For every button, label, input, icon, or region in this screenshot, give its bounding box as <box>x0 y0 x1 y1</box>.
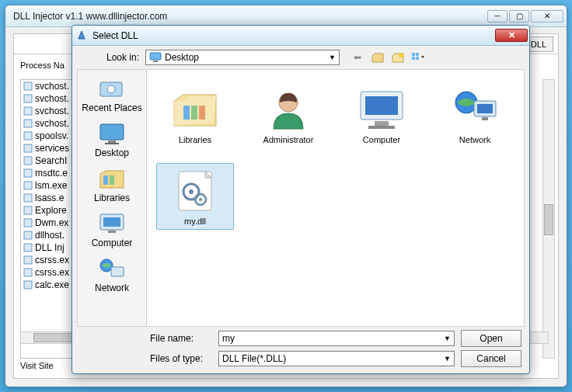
process-icon <box>23 255 33 265</box>
svg-rect-21 <box>416 53 419 56</box>
process-item[interactable]: lsm.exe <box>21 179 75 192</box>
dialog-close-button[interactable]: ✕ <box>495 29 528 42</box>
file-dialog: Select DLL ✕ Look in: Desktop ▼ ⬅ Recent… <box>72 25 530 374</box>
recent-places-icon <box>97 76 127 101</box>
place-computer[interactable]: Computer <box>80 208 144 252</box>
process-item[interactable]: DLL Inj <box>21 241 75 254</box>
process-item[interactable]: svchost. <box>21 92 75 105</box>
place-libraries[interactable]: Libraries <box>80 163 144 206</box>
svg-rect-20 <box>412 53 415 56</box>
svg-rect-4 <box>24 132 32 140</box>
process-item[interactable]: Dwm.ex <box>21 217 75 229</box>
svg-rect-11 <box>24 219 32 227</box>
process-item[interactable]: SearchI <box>21 154 75 167</box>
maximize-button[interactable]: ▢ <box>509 10 529 23</box>
up-level-icon[interactable] <box>371 50 385 64</box>
process-name: services <box>35 143 69 154</box>
process-item[interactable]: services <box>21 142 75 154</box>
process-name: svchost. <box>35 93 69 104</box>
place-network[interactable]: Network <box>80 253 144 297</box>
svg-rect-7 <box>24 169 32 177</box>
process-item[interactable]: csrss.ex <box>21 254 75 266</box>
view-menu-icon[interactable] <box>411 50 425 64</box>
computer-icon <box>97 211 127 236</box>
process-icon <box>23 267 33 278</box>
file-item-network[interactable]: Network <box>436 82 514 147</box>
process-icon <box>23 168 33 179</box>
chevron-down-icon: ▼ <box>444 335 451 342</box>
file-name-value: my <box>222 333 235 344</box>
file-item-my-dll[interactable]: my.dll <box>156 163 234 230</box>
process-item[interactable]: Explore <box>21 204 75 217</box>
svg-rect-15 <box>24 269 32 276</box>
place-label: Libraries <box>82 193 142 203</box>
scrollbar-thumb-h[interactable] <box>33 333 72 342</box>
scrollbar-thumb[interactable] <box>544 204 553 235</box>
process-icon <box>23 180 33 191</box>
svg-rect-16 <box>24 281 32 289</box>
file-item-libraries[interactable]: Libraries <box>156 82 234 147</box>
svg-rect-35 <box>111 267 124 276</box>
desktop-icon <box>97 121 127 146</box>
process-name: Explore <box>35 205 67 216</box>
process-name: csrss.ex <box>35 267 69 278</box>
process-name: lsm.exe <box>35 180 67 191</box>
file-area[interactable]: LibrariesAdministratorComputerNetworkmy.… <box>147 69 525 327</box>
svg-rect-9 <box>24 194 32 202</box>
file-type-combo[interactable]: DLL File(*.DLL) ▼ <box>218 351 455 366</box>
svg-rect-26 <box>100 124 124 140</box>
file-item-administrator[interactable]: Administrator <box>249 82 327 147</box>
user-icon <box>261 85 316 132</box>
vertical-scrollbar[interactable] <box>542 79 555 359</box>
process-icon <box>23 118 33 129</box>
file-name-label: File name: <box>150 333 212 344</box>
process-item[interactable]: svchost. <box>21 80 75 92</box>
svg-rect-46 <box>477 104 493 113</box>
process-item[interactable]: lsass.e <box>21 192 75 204</box>
process-icon <box>23 242 33 253</box>
look-in-combo[interactable]: Desktop ▼ <box>145 50 340 65</box>
svg-rect-13 <box>24 244 32 252</box>
dialog-title-icon <box>77 29 89 42</box>
look-in-value: Desktop <box>165 52 199 63</box>
svg-rect-3 <box>24 120 32 127</box>
place-desktop[interactable]: Desktop <box>80 118 144 161</box>
svg-rect-27 <box>108 140 116 143</box>
main-window-title: DLL Injector v1.1 www.dllinjector.com <box>9 11 487 22</box>
svg-rect-42 <box>375 121 389 126</box>
place-label: Recent Places <box>82 102 142 113</box>
process-list-panel: svchost.svchost.svchost.svchost.spoolsv.… <box>20 79 76 359</box>
minimize-button[interactable]: ─ <box>487 10 507 23</box>
footer-link[interactable]: Visit Site <box>20 361 54 370</box>
back-icon[interactable]: ⬅ <box>351 50 364 64</box>
network-icon <box>448 85 502 132</box>
process-item[interactable]: spoolsv. <box>21 130 75 142</box>
main-titlebar: DLL Injector v1.1 www.dllinjector.com ─ … <box>5 5 567 27</box>
file-name-input[interactable]: my ▼ <box>218 331 455 346</box>
process-header-label: Process Na <box>20 61 65 70</box>
process-item[interactable]: svchost. <box>21 105 75 117</box>
svg-rect-12 <box>24 231 32 239</box>
process-item[interactable]: csrss.ex <box>21 266 75 279</box>
place-recent-places[interactable]: Recent Places <box>80 73 144 116</box>
open-button[interactable]: Open <box>461 330 521 347</box>
process-icon <box>23 143 33 154</box>
process-item[interactable]: calc.exe <box>21 279 75 291</box>
cancel-button[interactable]: Cancel <box>461 350 521 367</box>
svg-rect-47 <box>482 117 488 120</box>
new-folder-icon[interactable] <box>391 50 405 64</box>
svg-rect-32 <box>103 217 120 227</box>
dialog-title: Select DLL <box>92 30 495 41</box>
process-item[interactable]: msdtc.e <box>21 167 75 179</box>
process-list[interactable]: svchost.svchost.svchost.svchost.spoolsv.… <box>21 80 75 291</box>
svg-rect-8 <box>24 182 32 189</box>
places-bar: Recent PlacesDesktopLibrariesComputerNet… <box>77 69 147 327</box>
dialog-bottom: File name: my ▼ Open Files of type: DLL … <box>150 330 521 369</box>
file-item-computer[interactable]: Computer <box>343 82 420 147</box>
process-item[interactable]: dllhost. <box>21 229 75 241</box>
computer-icon <box>354 85 409 132</box>
close-button[interactable]: ✕ <box>531 10 563 23</box>
svg-rect-33 <box>108 231 116 233</box>
process-item[interactable]: svchost. <box>21 117 75 130</box>
process-icon <box>23 130 33 141</box>
